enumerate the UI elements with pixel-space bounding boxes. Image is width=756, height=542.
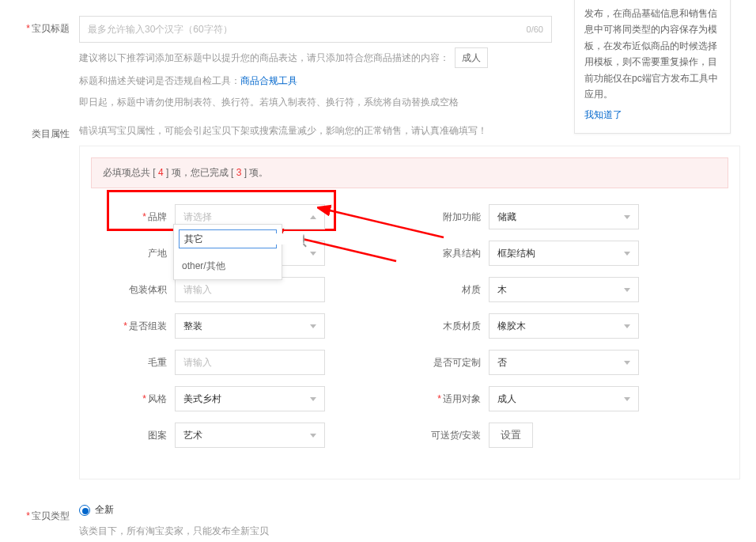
- type-hint: 该类目下，所有淘宝卖家，只能发布全新宝贝: [79, 523, 740, 539]
- chevron-down-icon: [624, 397, 630, 401]
- chevron-down-icon: [310, 324, 316, 328]
- compliance-tool-link[interactable]: 商品合规工具: [240, 75, 297, 86]
- style-label: *风格: [96, 392, 175, 406]
- material-select[interactable]: 木: [489, 277, 639, 302]
- title-input[interactable]: [88, 24, 527, 35]
- custom-select[interactable]: 否: [489, 350, 639, 375]
- weight-label: 毛重: [96, 356, 175, 370]
- pattern-select[interactable]: 艺术: [175, 423, 325, 448]
- wood-label: 木质材质: [410, 320, 489, 333]
- target-select[interactable]: 成人: [489, 386, 639, 411]
- structure-label: 家具结构: [410, 247, 489, 260]
- chevron-down-icon: [624, 215, 630, 219]
- addon-select[interactable]: 储藏: [489, 204, 639, 229]
- title-input-wrap[interactable]: 0/60: [79, 16, 552, 43]
- brand-label: *品牌: [96, 210, 175, 224]
- attrs-box: 必填项总共 [ 4 ] 项，您已完成 [ 3 ] 项。 *品牌 请选择: [79, 146, 740, 479]
- assembly-select[interactable]: 整装: [175, 313, 325, 339]
- brand-dropdown: other/其他: [173, 224, 282, 280]
- origin-label: 产地: [96, 247, 175, 260]
- delivery-set-button[interactable]: 设置: [489, 423, 533, 448]
- pattern-label: 图案: [96, 429, 175, 442]
- style-select[interactable]: 美式乡村: [175, 386, 325, 411]
- i-know-link[interactable]: 我知道了: [584, 107, 622, 123]
- title-label: *宝贝标题: [16, 16, 79, 110]
- custom-label: 是否可定制: [410, 356, 489, 370]
- chevron-down-icon: [310, 252, 316, 256]
- info-panel-text: 发布，在商品基础信息和销售信息中可将同类型的内容保存为模板，在发布近似商品的时候…: [584, 8, 718, 100]
- chevron-down-icon: [624, 252, 630, 256]
- addon-label: 附加功能: [410, 210, 489, 224]
- dropdown-option-other[interactable]: other/其他: [174, 253, 282, 279]
- required-progress-bar: 必填项总共 [ 4 ] 项，您已完成 [ 3 ] 项。: [91, 157, 728, 188]
- chevron-down-icon: [310, 397, 316, 401]
- pack-vol-label: 包装体积: [96, 283, 175, 297]
- dropdown-search-input[interactable]: [184, 233, 303, 244]
- delivery-label: 可送货/安装: [410, 429, 489, 442]
- weight-input[interactable]: [175, 350, 325, 375]
- chevron-down-icon: [624, 288, 630, 292]
- title-counter: 0/60: [527, 25, 543, 34]
- category-attrs-label: 类目属性: [16, 121, 79, 479]
- chevron-down-icon: [624, 361, 630, 365]
- chevron-down-icon: [310, 434, 316, 438]
- target-label: *适用对象: [410, 392, 489, 406]
- template-info-panel: 发布，在商品基础信息和销售信息中可将同类型的内容保存为模板，在发布近似商品的时候…: [574, 0, 731, 134]
- wood-select[interactable]: 橡胶木: [489, 313, 639, 339]
- chevron-down-icon: [624, 324, 630, 328]
- pack-vol-input[interactable]: [175, 277, 325, 302]
- item-type-label: *宝贝类型: [16, 503, 79, 539]
- suggested-keyword-tag[interactable]: 成人: [455, 47, 488, 68]
- radio-icon: [79, 505, 90, 516]
- material-label: 材质: [410, 283, 489, 297]
- assembly-label: *是否组装: [96, 320, 175, 333]
- structure-select[interactable]: 框架结构: [489, 241, 639, 266]
- type-new-radio[interactable]: 全新: [79, 503, 114, 517]
- dropdown-search-wrap[interactable]: [179, 229, 277, 248]
- chevron-up-icon: [310, 215, 316, 219]
